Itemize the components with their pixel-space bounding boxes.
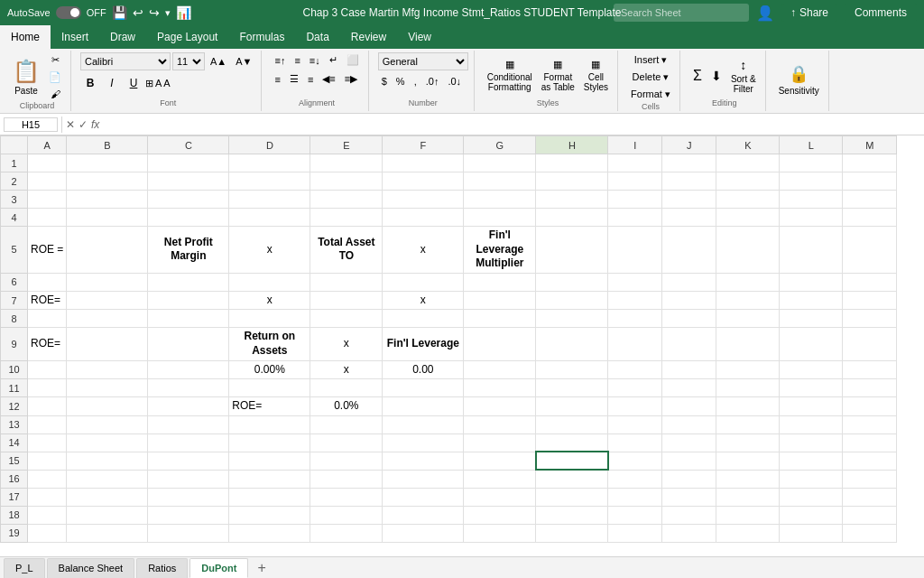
cell-r7-c5[interactable] — [310, 291, 383, 310]
cell-r4-c8[interactable] — [536, 209, 608, 227]
cell-r4-c2[interactable] — [67, 209, 148, 227]
cell-r6-c9[interactable] — [608, 273, 662, 291]
undo-icon[interactable]: ↩ — [133, 5, 143, 20]
cell-r8-c10[interactable] — [662, 310, 716, 328]
cell-r2-c6[interactable] — [383, 172, 464, 191]
cell-r13-c10[interactable] — [662, 415, 716, 434]
cell-r7-c11[interactable] — [716, 291, 780, 310]
cell-r10-c5[interactable]: x — [310, 360, 383, 379]
cell-r4-c1[interactable] — [28, 209, 67, 227]
tab-insert[interactable]: Insert — [51, 25, 99, 49]
cell-r18-c1[interactable] — [28, 506, 67, 524]
cell-r8-c13[interactable] — [843, 310, 897, 328]
cell-r14-c3[interactable] — [148, 434, 229, 452]
format-painter-button[interactable]: 🖌 — [45, 87, 65, 101]
cell-r2-c4[interactable] — [229, 172, 310, 191]
cell-r6-c13[interactable] — [843, 273, 897, 291]
currency-button[interactable]: $ — [378, 74, 391, 89]
cell-r14-c1[interactable] — [28, 434, 67, 452]
cell-r3-c5[interactable] — [310, 191, 383, 209]
cell-r5-c12[interactable] — [780, 227, 843, 274]
cell-r5-c2[interactable] — [67, 227, 148, 274]
cell-r18-c7[interactable] — [464, 506, 536, 524]
cell-r14-c11[interactable] — [716, 434, 780, 452]
cell-r19-c1[interactable] — [28, 524, 67, 542]
cell-reference[interactable] — [4, 117, 58, 132]
cell-r3-c13[interactable] — [843, 191, 897, 209]
cell-r2-c10[interactable] — [662, 172, 716, 191]
cell-r15-c10[interactable] — [662, 452, 716, 470]
cell-r15-c4[interactable] — [229, 452, 310, 470]
cell-r11-c13[interactable] — [843, 379, 897, 397]
cell-r12-c13[interactable] — [843, 397, 897, 416]
cell-r3-c8[interactable] — [536, 191, 608, 209]
cell-r12-c7[interactable] — [464, 397, 536, 416]
cell-r11-c12[interactable] — [780, 379, 843, 397]
cell-styles-button[interactable]: ▦ CellStyles — [580, 57, 612, 94]
cell-r11-c11[interactable] — [716, 379, 780, 397]
cell-r2-c11[interactable] — [716, 172, 780, 191]
cell-r17-c5[interactable] — [310, 488, 383, 506]
cell-r17-c9[interactable] — [608, 488, 662, 506]
indent-decrease-button[interactable]: ◀≡ — [319, 71, 338, 87]
cell-r9-c12[interactable] — [780, 328, 843, 360]
cell-r19-c6[interactable] — [383, 524, 464, 542]
cell-r10-c2[interactable] — [67, 360, 148, 379]
cell-r10-c6[interactable]: 0.00 — [383, 360, 464, 379]
cell-r19-c5[interactable] — [310, 524, 383, 542]
cell-r5-c5[interactable]: Total AssetTO — [310, 227, 383, 274]
underline-button[interactable]: U — [124, 74, 143, 92]
cell-r17-c3[interactable] — [148, 488, 229, 506]
cell-r8-c12[interactable] — [780, 310, 843, 328]
cell-r18-c11[interactable] — [716, 506, 780, 524]
cell-r10-c13[interactable] — [843, 360, 897, 379]
align-right-button[interactable]: ≡ — [304, 71, 317, 87]
cell-r19-c9[interactable] — [608, 524, 662, 542]
cell-r13-c13[interactable] — [843, 415, 897, 434]
cell-r6-c5[interactable] — [310, 273, 383, 291]
cell-r9-c9[interactable] — [608, 328, 662, 360]
cell-r10-c4[interactable]: 0.00% — [229, 360, 310, 379]
delete-cells-button[interactable]: Delete ▾ — [629, 70, 673, 85]
cell-r1-c11[interactable] — [716, 154, 780, 172]
cell-r17-c8[interactable] — [536, 488, 608, 506]
cell-r16-c10[interactable] — [662, 470, 716, 488]
cell-r18-c2[interactable] — [67, 506, 148, 524]
cell-r14-c10[interactable] — [662, 434, 716, 452]
cell-r14-c2[interactable] — [67, 434, 148, 452]
cell-r7-c6[interactable]: x — [383, 291, 464, 310]
merge-button[interactable]: ⬜ — [343, 52, 363, 68]
cell-r12-c2[interactable] — [67, 397, 148, 416]
cell-r18-c8[interactable] — [536, 506, 608, 524]
cell-r14-c12[interactable] — [780, 434, 843, 452]
cell-r8-c9[interactable] — [608, 310, 662, 328]
cell-r12-c5[interactable]: 0.0% — [310, 397, 383, 416]
cell-r3-c11[interactable] — [716, 191, 780, 209]
cell-r4-c12[interactable] — [780, 209, 843, 227]
cell-r16-c6[interactable] — [383, 470, 464, 488]
cell-r19-c3[interactable] — [148, 524, 229, 542]
cell-r7-c4[interactable]: x — [229, 291, 310, 310]
cell-r8-c1[interactable] — [28, 310, 67, 328]
cell-r14-c5[interactable] — [310, 434, 383, 452]
conditional-formatting-button[interactable]: ▦ ConditionalFormatting — [484, 57, 536, 94]
cell-r1-c2[interactable] — [67, 154, 148, 172]
cell-r4-c13[interactable] — [843, 209, 897, 227]
align-left-button[interactable]: ≡ — [271, 71, 283, 87]
cell-r15-c5[interactable] — [310, 452, 383, 470]
format-cells-button[interactable]: Format ▾ — [627, 87, 674, 102]
cell-r5-c6[interactable]: x — [383, 227, 464, 274]
cell-r7-c7[interactable] — [464, 291, 536, 310]
col-header-a[interactable]: A — [28, 136, 67, 154]
copy-button[interactable]: 📄 — [45, 70, 65, 85]
cell-r8-c7[interactable] — [464, 310, 536, 328]
cell-r7-c8[interactable] — [536, 291, 608, 310]
decrease-decimal-button[interactable]: .0↓ — [444, 74, 465, 89]
cell-r12-c4[interactable]: ROE= — [229, 397, 310, 416]
cell-r4-c6[interactable] — [383, 209, 464, 227]
cell-r7-c9[interactable] — [608, 291, 662, 310]
cell-r7-c13[interactable] — [843, 291, 897, 310]
cell-r19-c7[interactable] — [464, 524, 536, 542]
cell-r18-c3[interactable] — [148, 506, 229, 524]
cell-r14-c7[interactable] — [464, 434, 536, 452]
